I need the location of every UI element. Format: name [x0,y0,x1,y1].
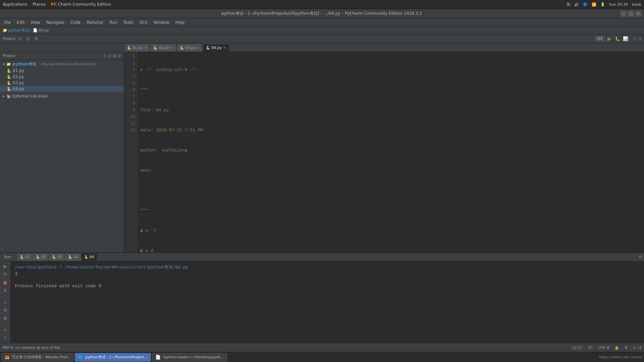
editor-tabs: 🐍 01.py ✕ 🐍 02.py ✕ 🐍 03.py ✕ 🐍 04.py ✕ [0,43,644,52]
close-tab-03py[interactable]: ✕ [197,46,200,50]
file-py-icon: 🐍 [7,75,11,79]
folder-icon: 📁 [6,62,11,66]
title-bar-controls: ─ □ ✕ [621,11,641,17]
menu-vcs[interactable]: VCS [137,19,150,25]
close-tab-04py[interactable]: ✕ [223,46,226,50]
run-label: Run: [1,255,15,259]
title-bar-title: python考试 – [~/PycharmProjects/xfl/python… [23,11,621,16]
tree-item-03py[interactable]: 🐍 03.py [0,80,124,86]
sidebar-header-icons: ↻ ◎ ⊟ ⚙ [103,54,121,58]
sidebar: Project ↻ ◎ ⊟ ⚙ ▼ 📁 python考试 ~/PycharmPr… [0,52,124,252]
line-numbers: 12345 678910 1112 [124,52,138,252]
sidebar-header: Project ↻ ◎ ⊟ ⚙ [0,52,124,60]
taskbar-pycharm[interactable]: 🔷 python考试 – [~/PycharmProject... [75,353,151,362]
code-line-5: author: xuefeilong [140,147,641,154]
sidebar-settings-icon[interactable]: ⚙ [117,54,121,58]
run-tab-01[interactable]: 🐍01 [17,253,33,261]
menu-refactor[interactable]: Refactor [84,19,106,25]
breadcrumb-file[interactable]: 📄 04.py [33,28,49,33]
tab-02py[interactable]: 🐍 02.py ✕ [150,44,176,52]
tab-01py[interactable]: 🐍 01.py ✕ [124,44,150,52]
taskbar-firefox[interactable]: 🦊 写文章·CSDN博客 - Mozilla Firef... [1,353,73,362]
sidebar-refresh-icon[interactable]: ↻ [103,54,107,58]
ext-lib-label: External Libraries [12,94,48,99]
menu-tools[interactable]: Tools [121,19,136,25]
run-scroll-end-button[interactable]: ⤓ [2,299,9,305]
file-label: 03.py [13,80,24,85]
locale-indicator: 英 [567,2,570,7]
close-tab-01py[interactable]: ✕ [144,46,147,50]
run-button[interactable]: ▶ [606,36,613,42]
ext-lib-icon: 📚 [6,94,11,99]
clock: Sun 20:39 [609,2,628,7]
run-help-button[interactable]: ? [2,335,9,342]
run-clear-button[interactable]: 🗑 [2,315,9,322]
debug-button[interactable]: 🐛 [614,36,621,42]
tree-item-04py[interactable]: 🐍 04.py [0,86,124,92]
collapse-button[interactable]: ⊟ [25,36,32,42]
run-stop-button[interactable]: ■ [2,279,9,286]
tree-item-02py[interactable]: 🐍 02.py [0,74,124,80]
tree-item-external-libraries[interactable]: ▶ 📚 External Libraries [0,93,124,99]
run-rerun-button[interactable]: ↻ [2,271,9,278]
tab-04py[interactable]: 🐍 04.py ✕ [203,44,229,52]
taskbar-terminal[interactable]: 📄 *python-exam (~/Desktop/pyth... [152,353,227,362]
menu-help[interactable]: Help [173,19,187,25]
sidebar-collapse-icon[interactable]: ⊟ [113,54,116,58]
folder-label: python考试 [12,61,36,67]
run-sidebar: ▶ ↻ ■ ⏸ ⤓ ⚙ 🗑 ✕ ? [0,261,11,343]
status-message: PEP 8: no newline at end of file [3,346,60,350]
code-editor[interactable]: 12345 678910 1112 # -*- coding:utf-8 -*-… [124,52,644,252]
menu-window[interactable]: Window [151,19,172,25]
breadcrumb-project[interactable]: 📁 python考试 [3,28,29,33]
file-tree: ▼ 📁 python考试 ~/PycharmProjects/xfl/pytho… [0,60,124,252]
coverage-button[interactable]: 📊 [622,36,629,42]
close-button[interactable]: ✕ [635,11,641,17]
run-tab-03b[interactable]: 🐍03 [49,253,65,261]
maximize-button[interactable]: □ [628,11,634,17]
places-menu[interactable]: Places [33,2,45,7]
run-settings-icon[interactable]: ⚙ [639,254,643,259]
folder-arrow-collapsed: ▶ [3,95,5,98]
tree-item-01py[interactable]: 🐍 01.py [0,68,124,74]
code-line-7 [140,187,641,194]
run-tab-04b[interactable]: 🐍04 [82,253,97,261]
menu-code[interactable]: Code [68,19,84,25]
firefox-icon: 🦊 [4,355,10,360]
run-tab-04a[interactable]: 🐍04 [65,253,81,261]
run-tab-03a[interactable]: 🐍03 [33,253,49,261]
menu-run[interactable]: Run [107,19,120,25]
code-line-8: """ [140,207,641,214]
run-panel: Run: 🐍01 🐍03 🐍03 🐍04 🐍04 ⚙ [0,252,644,343]
run-pause-button[interactable]: ⏸ [2,287,9,294]
run-config-selector[interactable]: 04 [595,36,605,42]
close-tab-02py[interactable]: ✕ [170,46,173,50]
menu-navigate[interactable]: Navigate [44,19,67,25]
run-play-button[interactable]: ▶ [2,263,9,269]
run-settings2-button[interactable]: ⚙ [2,307,9,314]
code-area: 12345 678910 1112 # -*- coding:utf-8 -*-… [124,52,644,252]
menu-view[interactable]: View [28,19,43,25]
taskbar: 🦊 写文章·CSDN博客 - Mozilla Firef... 🔷 python… [0,352,644,362]
settings-button[interactable]: ⚙ [33,36,40,42]
status-bar: PEP 8: no newline at end of file 12:17 L… [0,343,644,352]
toolbar: Project ↻ ⊟ ⚙ 04 ▶ 🐛 📊 1 / 4 [0,35,644,43]
wifi-icon: 📶 [592,2,596,7]
menu-file[interactable]: File [1,19,13,25]
refresh-button[interactable]: ↻ [17,36,23,42]
file-py-icon: 🐍 [7,87,11,91]
sidebar-locate-icon[interactable]: ◎ [108,54,111,58]
menu-edit[interactable]: Edit [14,19,27,25]
tree-item-root-folder[interactable]: ▼ 📁 python考试 ~/PycharmProjects/xfl/pytho… [0,61,124,68]
username: kiosk [632,2,641,7]
tab-03py[interactable]: 🐍 03.py ✕ [177,44,203,52]
applications-menu[interactable]: Applications [3,2,27,7]
code-line-10: b = 2 [140,248,641,252]
output-finished: Process finished with exit code 0 [15,283,640,290]
nav-counter-status: 1 / 4 [633,346,641,350]
pycharm-logo: PC [51,2,57,7]
run-output: /usr/bin/python2.7 /home/kiosk/PycharmPr… [11,261,644,343]
code-content[interactable]: # -*- coding:utf-8 -*- """ file: 04.py d… [138,52,644,252]
run-error-button[interactable]: ✕ [2,327,9,334]
minimize-button[interactable]: ─ [621,11,627,17]
